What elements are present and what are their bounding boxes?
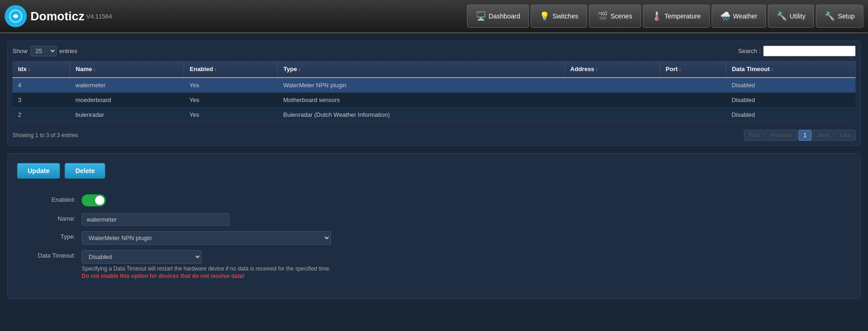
cell-name: watermeter [70, 78, 184, 93]
showing-info: Showing 1 to 3 of 3 entries [12, 132, 78, 138]
utility-icon: 🔧 [777, 11, 787, 21]
search-input[interactable] [763, 46, 856, 56]
cell-address [564, 93, 660, 108]
edit-form: Enabled: Name: Type: WaterMe [17, 190, 851, 289]
col-header-address[interactable]: Address [564, 61, 660, 78]
next-page-button[interactable]: Next [813, 130, 834, 141]
data-table: Idx Name Enabled Type Address Port Data … [12, 61, 856, 122]
nav-label-weather: Weather [733, 12, 758, 20]
nav-item-temperature[interactable]: 🌡️Temperature [643, 5, 710, 28]
name-row: Name: [17, 213, 851, 226]
header: Domoticz V4.11564 🖥️Dashboard💡Switches🎬S… [0, 0, 868, 33]
nav-item-dashboard[interactable]: 🖥️Dashboard [467, 5, 529, 28]
enabled-toggle[interactable] [82, 194, 106, 206]
type-control: WaterMeter NPN pluginMotherboard sensors… [82, 231, 851, 245]
nav-label-switches: Switches [552, 12, 578, 20]
table-footer: Showing 1 to 3 of 3 entries First Previo… [12, 127, 856, 141]
last-page-button[interactable]: Last [835, 130, 856, 141]
cell-address [564, 78, 660, 93]
nav-label-dashboard: Dashboard [489, 12, 521, 20]
weather-icon: 🌧️ [720, 11, 730, 21]
setup-icon: 🔧 [825, 11, 835, 21]
table-header-row: Idx Name Enabled Type Address Port Data … [12, 61, 856, 78]
search-area: Search : [738, 46, 856, 56]
first-page-button[interactable]: First [744, 130, 765, 141]
logo-icon [5, 5, 27, 27]
nav-label-scenes: Scenes [611, 12, 632, 20]
type-row: Type: WaterMeter NPN pluginMotherboard s… [17, 231, 851, 245]
update-button[interactable]: Update [17, 163, 60, 179]
col-header-port[interactable]: Port [660, 61, 726, 78]
table-section: Show 102550100 entries Search : Idx Name… [7, 41, 861, 146]
cell-port [660, 93, 726, 108]
cell-idx: 3 [12, 93, 70, 108]
col-header-type[interactable]: Type [278, 61, 565, 78]
delete-button[interactable]: Delete [65, 163, 105, 179]
nav: 🖥️Dashboard💡Switches🎬Scenes🌡️Temperature… [126, 5, 863, 28]
col-header-enabled[interactable]: Enabled [184, 61, 278, 78]
enabled-control [82, 194, 851, 208]
nav-item-utility[interactable]: 🔧Utility [768, 5, 814, 28]
name-input[interactable] [82, 213, 229, 226]
logo-area: Domoticz V4.11564 [5, 5, 112, 27]
show-entries-control: Show 102550100 entries [12, 46, 78, 56]
data-timeout-select[interactable]: Disabled1 minute5 minutes10 minutes30 mi… [82, 250, 202, 264]
table-row[interactable]: 4 watermeter Yes WaterMeter NPN plugin D… [12, 78, 856, 93]
previous-page-button[interactable]: Previous [766, 130, 797, 141]
dashboard-icon: 🖥️ [476, 11, 486, 21]
temperature-icon: 🌡️ [652, 11, 662, 21]
nav-item-switches[interactable]: 💡Switches [531, 5, 587, 28]
cell-type: WaterMeter NPN plugin [278, 78, 565, 93]
nav-item-scenes[interactable]: 🎬Scenes [589, 5, 641, 28]
show-entries-select[interactable]: 102550100 [30, 46, 57, 56]
cell-name: buienradar [70, 108, 184, 122]
col-header-data-timeout[interactable]: Data Timeout [726, 61, 855, 78]
table-row[interactable]: 2 buienradar Yes Buienradar (Dutch Weath… [12, 108, 856, 122]
data-timeout-row: Data Timeout: Disabled1 minute5 minutes1… [17, 250, 851, 279]
current-page-button[interactable]: 1 [798, 130, 812, 141]
logo-version: V4.11564 [86, 13, 112, 20]
show-label: Show [12, 48, 28, 54]
search-label: Search : [738, 48, 760, 54]
nav-label-temperature: Temperature [664, 12, 701, 20]
cell-address [564, 108, 660, 122]
action-buttons: Update Delete [17, 163, 851, 179]
cell-data-timeout: Disabled [726, 93, 855, 108]
table-row[interactable]: 3 moederboard Yes Motherboard sensors Di… [12, 93, 856, 108]
cell-name: moederboard [70, 93, 184, 108]
enabled-row: Enabled: [17, 194, 851, 208]
cell-enabled: Yes [184, 108, 278, 122]
cell-idx: 4 [12, 78, 70, 93]
cell-port [660, 108, 726, 122]
type-select[interactable]: WaterMeter NPN pluginMotherboard sensors… [82, 231, 331, 245]
nav-item-weather[interactable]: 🌧️Weather [712, 5, 766, 28]
switches-icon: 💡 [539, 11, 550, 21]
cell-idx: 2 [12, 108, 70, 122]
cell-data-timeout: Disabled [726, 78, 855, 93]
name-label: Name: [17, 213, 82, 222]
nav-label-setup: Setup [838, 12, 855, 20]
col-header-idx[interactable]: Idx [12, 61, 70, 78]
cell-type: Buienradar (Dutch Weather Information) [278, 108, 565, 122]
pagination: First Previous 1 Next Last [744, 130, 856, 141]
cell-enabled: Yes [184, 93, 278, 108]
data-timeout-warning: Do not enable this option for devices th… [82, 273, 851, 279]
table-controls-top: Show 102550100 entries Search : [12, 46, 856, 56]
scenes-icon: 🎬 [598, 11, 608, 21]
nav-label-utility: Utility [790, 12, 805, 20]
data-timeout-label: Data Timeout: [17, 250, 82, 259]
name-control [82, 213, 851, 226]
col-header-name[interactable]: Name [70, 61, 184, 78]
toggle-knob [95, 196, 104, 205]
data-timeout-control: Disabled1 minute5 minutes10 minutes30 mi… [82, 250, 851, 279]
enabled-label: Enabled: [17, 194, 82, 203]
cell-port [660, 78, 726, 93]
form-section: Update Delete Enabled: Name: [7, 153, 861, 299]
entries-label: entries [60, 48, 78, 54]
cell-enabled: Yes [184, 78, 278, 93]
type-label: Type: [17, 231, 82, 240]
nav-item-setup[interactable]: 🔧Setup [816, 5, 863, 28]
main-content: Show 102550100 entries Search : Idx Name… [0, 33, 868, 314]
logo-text: Domoticz [30, 9, 84, 24]
data-timeout-hint: Specifying a Data Timeout will restart t… [82, 265, 851, 272]
